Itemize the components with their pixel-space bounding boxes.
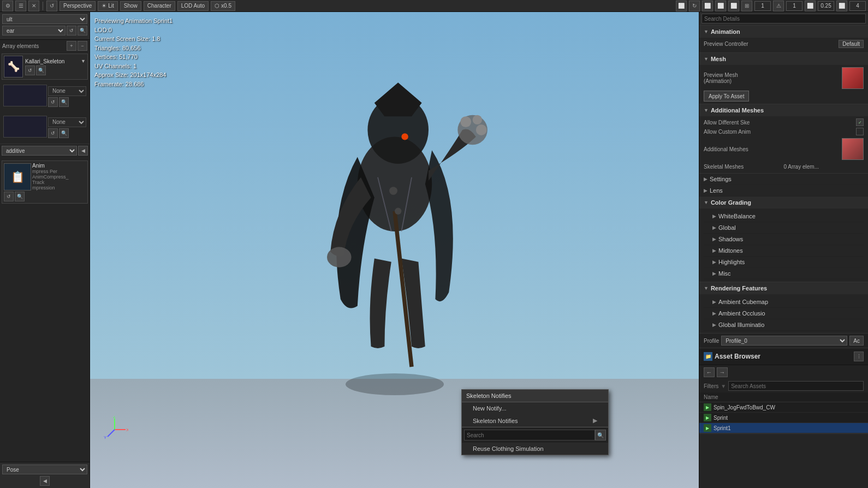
lod-auto-button[interactable]: LOD Auto xyxy=(177,1,209,11)
shadows-row[interactable]: ▶ Shadows xyxy=(704,234,864,245)
apply-to-asset-button[interactable]: Apply To Asset xyxy=(704,91,749,102)
scale-icon: ⬡ xyxy=(215,3,219,9)
misc-row[interactable]: ▶ Misc xyxy=(704,268,864,279)
character-button[interactable]: Character xyxy=(144,1,175,11)
color-grading-section: ▼ Color Grading ▶ WhiteBalance ▶ Global … xyxy=(699,197,868,282)
ambient-occlusion-row[interactable]: ▶ Ambient Occlusio xyxy=(704,308,864,319)
midtones-row[interactable]: ▶ Midtones xyxy=(704,245,864,257)
none-dropdown-2[interactable]: None xyxy=(48,117,86,127)
highlights-row[interactable]: ▶ Highlights xyxy=(704,257,864,268)
toolbar-right-4[interactable]: ⬜ xyxy=(715,1,726,11)
allow-custom-anim-checkbox[interactable] xyxy=(856,128,864,135)
rendering-features-header[interactable]: ▼ Rendering Features xyxy=(699,282,868,294)
right-panel: ▼ Animation Preview Controller Default ▼… xyxy=(699,12,868,488)
search-assets-input[interactable] xyxy=(728,381,864,391)
asset-name-1: Sprint xyxy=(714,415,728,421)
color-grading-label: Color Grading xyxy=(711,199,751,206)
asset-item-2[interactable]: ▶ Sprint1 xyxy=(699,423,868,433)
global-row[interactable]: ▶ Global xyxy=(704,222,864,234)
lit-button[interactable]: ☀ Lit xyxy=(98,1,118,11)
asset-name-2: Sprint1 xyxy=(714,425,731,431)
additive-dropdown[interactable]: additive xyxy=(2,146,77,156)
none2-search[interactable]: 🔍 xyxy=(59,128,69,138)
toolbar-icon-1[interactable]: ☰ xyxy=(15,1,26,11)
preview-controller-default-btn[interactable]: Default xyxy=(839,40,864,48)
skeleton-find-icon[interactable]: 🔍 xyxy=(36,66,46,75)
toolbar-right-7[interactable]: ⚠ xyxy=(773,1,784,11)
context-menu-bottom-item[interactable]: Reuse Clothing Simulation xyxy=(462,443,608,455)
asset-icon-0: ▶ xyxy=(704,403,711,411)
filters-label: Filters xyxy=(704,383,718,389)
skeleton-reset-icon[interactable]: ↺ xyxy=(25,66,35,75)
white-balance-label: WhiteBalance xyxy=(718,213,859,219)
anim-sub1: mpress Per xyxy=(32,169,86,174)
scale-button[interactable]: ⬡ x0.5 xyxy=(211,1,235,11)
context-search-input[interactable] xyxy=(464,430,595,441)
toolbar-right-1[interactable]: ⬜ xyxy=(676,1,687,11)
mesh-label: Mesh xyxy=(711,56,726,62)
allow-diff-ske-label: Allow Different Ske xyxy=(704,120,854,126)
white-balance-row[interactable]: ▶ WhiteBalance xyxy=(704,211,864,222)
rendering-features-label: Rendering Features xyxy=(711,285,767,291)
animation-section-header[interactable]: ▼ Animation xyxy=(699,26,868,38)
mesh-section-header[interactable]: ▼ Mesh xyxy=(699,53,868,65)
context-search-icon[interactable]: 🔍 xyxy=(595,430,606,441)
toolbar-icon-2[interactable]: ✕ xyxy=(28,1,39,11)
context-menu-item-skeleton-notifies[interactable]: Skeleton Notifies ▶ xyxy=(462,414,608,427)
ambient-cubemap-triangle: ▶ xyxy=(712,299,716,305)
additive-arrow[interactable]: ◀ xyxy=(78,146,88,156)
perspective-button[interactable]: Perspective xyxy=(60,1,96,11)
add-array-icon[interactable]: + xyxy=(67,41,76,51)
allow-custom-anim-label: Allow Custom Anim xyxy=(704,129,854,135)
none1-search[interactable]: 🔍 xyxy=(59,97,69,107)
left-dropdown-1[interactable]: ult xyxy=(2,14,87,24)
toolbar-right-5[interactable]: ⬜ xyxy=(728,1,739,11)
global-illumination-row[interactable]: ▶ Global Illuminatio xyxy=(704,319,864,331)
anim-reset[interactable]: ↺ xyxy=(4,192,14,201)
svg-line-14 xyxy=(108,430,115,437)
profile-action-btn[interactable]: Ac xyxy=(849,336,864,346)
settings-row[interactable]: ▶ Settings xyxy=(699,174,868,185)
asset-item-0[interactable]: ▶ Spin_JogFwdToBwd_CW xyxy=(699,402,868,413)
new-notify-label: New Notify... xyxy=(473,405,507,412)
toolbar-right-9[interactable]: ⬜ xyxy=(836,1,847,11)
lens-row[interactable]: ▶ Lens xyxy=(699,185,868,197)
profile-select[interactable]: Profile_0 xyxy=(721,336,847,346)
asset-item-1[interactable]: ▶ Sprint xyxy=(699,413,868,423)
additional-meshes-triangle: ▼ xyxy=(704,108,709,113)
left-reset-icon[interactable]: ↺ xyxy=(67,26,76,35)
app-icon[interactable]: ⚙ xyxy=(2,1,13,11)
toolbar-right-6[interactable]: ⊞ xyxy=(741,1,752,11)
nav-icon[interactable]: ↺ xyxy=(46,1,57,11)
none2-reset[interactable]: ↺ xyxy=(48,128,58,138)
toolbar-right-2[interactable]: ↻ xyxy=(689,1,700,11)
char-shadow xyxy=(346,373,444,395)
show-button[interactable]: Show xyxy=(120,1,141,11)
none-dropdown-1[interactable]: None xyxy=(48,86,86,96)
remove-array-icon[interactable]: − xyxy=(78,41,87,51)
search-details-input[interactable] xyxy=(701,14,866,23)
additional-meshes-header[interactable]: ▼ Additional Meshes xyxy=(699,104,868,116)
viewport[interactable]: Previewing Animation Sprint1 LOD:0 Curre… xyxy=(90,12,699,488)
toolbar-right-3[interactable]: ⬜ xyxy=(702,1,713,11)
color-grading-header[interactable]: ▼ Color Grading xyxy=(699,197,868,209)
ambient-cubemap-row[interactable]: ▶ Ambient Cubemap xyxy=(704,296,864,308)
context-menu-item-new-notify[interactable]: New Notify... xyxy=(462,402,608,414)
anim-search[interactable]: 🔍 xyxy=(15,192,25,201)
allow-custom-anim-row: Allow Custom Anim xyxy=(704,128,864,135)
nav-back-btn[interactable]: ← xyxy=(704,367,715,377)
pose-dropdown[interactable]: Pose xyxy=(2,465,87,474)
animation-triangle: ▼ xyxy=(704,29,709,34)
nav-forward-btn[interactable]: → xyxy=(717,367,728,377)
left-search-icon[interactable]: 🔍 xyxy=(78,26,87,35)
additional-mesh-thumbnail xyxy=(842,138,864,160)
left-top: ult ear ↺ 🔍 xyxy=(0,12,90,40)
none1-reset[interactable]: ↺ xyxy=(48,97,58,107)
pose-arrow-left[interactable]: ◀ xyxy=(40,476,50,486)
asset-browser-options[interactable]: ⋮ xyxy=(854,352,864,361)
none-item-1: None ↺ 🔍 xyxy=(2,83,88,111)
toolbar-right-8[interactable]: ⬜ xyxy=(805,1,816,11)
svg-marker-2 xyxy=(374,82,421,116)
left-dropdown-2[interactable]: ear xyxy=(2,26,66,35)
allow-diff-ske-checkbox[interactable]: ✓ xyxy=(856,118,864,126)
